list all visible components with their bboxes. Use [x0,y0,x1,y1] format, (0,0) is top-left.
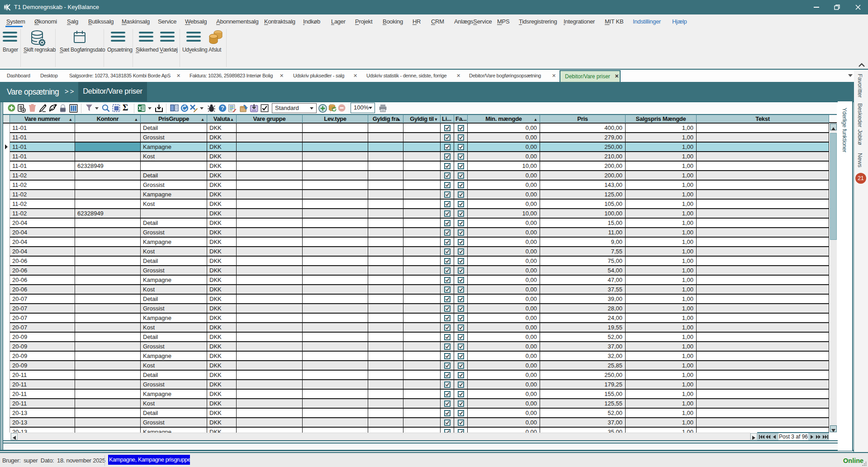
svg-text:?: ? [221,105,224,111]
